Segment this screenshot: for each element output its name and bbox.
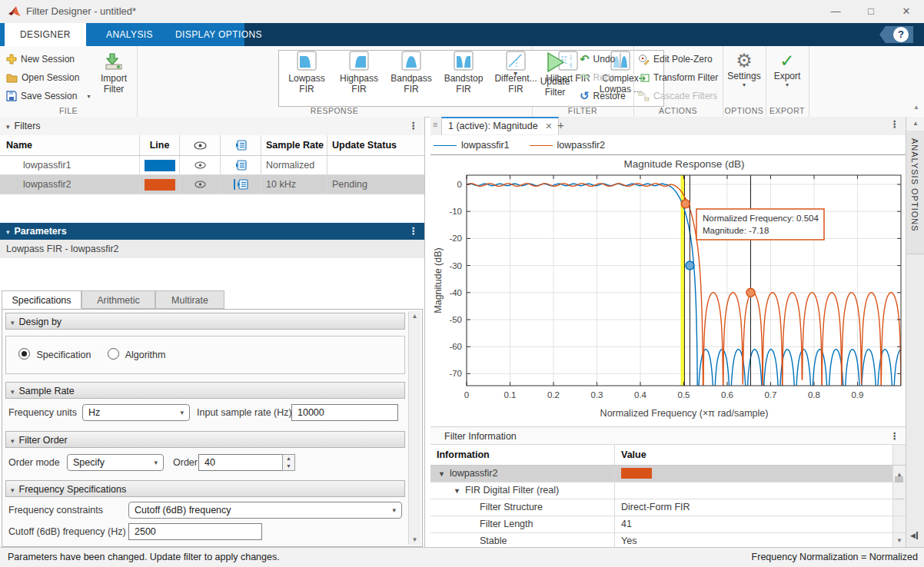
- legend-lowpassfir1[interactable]: lowpassfir1: [434, 140, 510, 151]
- parameters-collapse-icon[interactable]: ▾: [6, 228, 10, 236]
- order-label: Order: [173, 453, 198, 472]
- open-session-button[interactable]: Open Session: [6, 69, 79, 86]
- dock-icon[interactable]: ◀: [910, 532, 918, 539]
- filter-info-row-structure[interactable]: Filter Structure Direct-Form FIR: [430, 499, 906, 516]
- info-scrollbar[interactable]: ▲: [893, 466, 906, 482]
- ribbon-collapse-icon[interactable]: ▲: [913, 104, 919, 111]
- frequency-constraints-dropdown[interactable]: Cutoff (6dB) frequency ▾: [128, 502, 402, 519]
- parameters-menu-icon[interactable]: ⋮: [409, 223, 419, 240]
- filter-info-row-length[interactable]: Filter Length 41: [430, 516, 906, 533]
- chevron-down-icon: ▾: [392, 502, 396, 518]
- expander-icon[interactable]: ▼: [454, 487, 460, 495]
- settings-button[interactable]: ⚙ Settings ▾: [724, 51, 764, 88]
- design-by-section-header[interactable]: ▾Design by: [5, 313, 405, 330]
- cascade-filters-button[interactable]: Cascade Filters: [638, 88, 717, 104]
- visibility-toggle[interactable]: [180, 156, 221, 174]
- minimize-button[interactable]: —: [818, 0, 853, 23]
- maximize-button[interactable]: □: [853, 0, 889, 23]
- update-filter-icon: [544, 51, 566, 74]
- algorithm-radio[interactable]: [108, 348, 119, 360]
- chevron-down-icon: ▾: [180, 405, 184, 420]
- export-button[interactable]: ✓ Export ▾: [767, 51, 807, 88]
- analysis-options-tab[interactable]: ANALYSIS OPTIONS: [906, 131, 924, 254]
- help-icon: ?: [893, 27, 909, 42]
- visibility-toggle[interactable]: [180, 175, 221, 194]
- parameters-scrollbar[interactable]: ▲ ▼: [408, 311, 420, 545]
- response-highpass-fir[interactable]: Highpass FIR: [333, 51, 385, 104]
- close-tab-icon[interactable]: ✕: [545, 121, 552, 131]
- filter-info-menu-icon[interactable]: ⋮: [890, 427, 900, 446]
- expander-icon[interactable]: ▼: [438, 470, 445, 478]
- cutoff-frequency-label: Cutoff (6dB) frequency (Hz): [8, 522, 126, 541]
- frequency-specifications-section-header[interactable]: ▾Frequency Specifications: [5, 480, 405, 497]
- check-icon: ✓: [767, 51, 807, 71]
- update-filter-button[interactable]: Update Filter: [535, 51, 575, 98]
- magnitude-response-chart[interactable]: Magnitude Response (dB) Magnitude (dB) N…: [430, 155, 906, 426]
- specification-radio[interactable]: [18, 348, 30, 360]
- add-tab-button[interactable]: +: [557, 118, 564, 131]
- section-label-options: OPTIONS: [723, 106, 766, 115]
- response-bandstop-fir[interactable]: Bandstop FIR: [437, 51, 490, 104]
- eye-icon: [194, 141, 207, 150]
- section-label-actions: ACTIONS: [633, 106, 723, 115]
- order-field[interactable]: 40: [198, 454, 283, 471]
- response-bandpass-fir[interactable]: Bandpass FIR: [385, 51, 437, 104]
- help-button[interactable]: ?: [879, 26, 913, 43]
- visibility-column-header[interactable]: [180, 135, 221, 155]
- plot-menu-icon[interactable]: ⋮: [890, 118, 900, 130]
- order-stepper[interactable]: ▲ ▼: [282, 454, 295, 471]
- frequency-units-dropdown[interactable]: Hz ▾: [82, 404, 190, 421]
- grip-icon[interactable]: ≡: [433, 120, 437, 129]
- cutoff-frequency-field[interactable]: 2500: [128, 523, 262, 540]
- sample-rate-section-header[interactable]: ▾Sample Rate: [5, 382, 405, 399]
- tab-analysis[interactable]: ANALYSIS: [91, 23, 168, 46]
- filters-collapse-icon[interactable]: ▾: [6, 123, 10, 131]
- input-sample-rate-field[interactable]: 10000: [291, 404, 398, 421]
- undo-button[interactable]: ↶ Undo: [580, 51, 615, 68]
- gallery-dropdown-icon[interactable]: ▾: [514, 69, 517, 78]
- filter-order-section-header[interactable]: ▾Filter Order: [5, 431, 405, 448]
- edit-pole-zero-button[interactable]: Edit Pole-Zero: [638, 51, 713, 68]
- restore-icon: ↺: [580, 89, 590, 103]
- save-icon: [6, 91, 17, 101]
- restore-button[interactable]: ↺ Restore: [580, 88, 626, 104]
- show-response-button[interactable]: [221, 156, 261, 174]
- tab-designer[interactable]: DESIGNER: [5, 23, 86, 46]
- redo-button[interactable]: ↷ Redo: [580, 69, 615, 86]
- filters-menu-icon[interactable]: ⋮: [409, 117, 419, 135]
- filter-row-lowpassfir1[interactable]: lowpassfir1 Normalized: [0, 156, 424, 175]
- strip-collapse-button[interactable]: ▲: [906, 117, 924, 131]
- collapse-icon: ▾: [11, 319, 15, 327]
- line-color-swatch[interactable]: [145, 160, 175, 171]
- filter-info-row-lowpassfir2[interactable]: ▼lowpassfir2 ▲: [430, 466, 906, 482]
- close-button[interactable]: ✕: [889, 0, 924, 23]
- transform-filter-button[interactable]: Transform Filter: [638, 69, 718, 86]
- new-session-button[interactable]: New Session: [6, 51, 75, 68]
- filter-info-row-fir-digital[interactable]: ▼FIR Digital Filter (real): [430, 482, 906, 499]
- parameters-panel-title: Parameters: [15, 226, 67, 237]
- import-filter-button[interactable]: Import Filter: [94, 52, 134, 94]
- parameters-panel-header: ▾Parameters ⋮: [0, 223, 424, 240]
- spin-up-icon[interactable]: ▲: [283, 455, 294, 463]
- save-dropdown-icon[interactable]: ▾: [87, 93, 90, 100]
- save-session-button[interactable]: Save Session ▾: [6, 88, 95, 104]
- response-lowpass-fir[interactable]: Lowpass FIR: [281, 51, 333, 104]
- section-label-export: EXPORT: [766, 106, 809, 115]
- line-color-swatch[interactable]: [145, 179, 175, 191]
- legend-lowpassfir2[interactable]: lowpassfir2: [530, 140, 606, 151]
- response-column-header[interactable]: [221, 135, 261, 155]
- tab-display-options[interactable]: DISPLAY OPTIONS: [160, 23, 278, 46]
- scroll-up-icon[interactable]: ▲: [409, 313, 420, 320]
- filter-row-lowpassfir2[interactable]: lowpassfir2 10 kHz Pending: [0, 175, 424, 194]
- tab-arithmetic[interactable]: Arithmetic: [81, 290, 155, 309]
- order-mode-dropdown[interactable]: Specify ▾: [67, 454, 164, 471]
- ribbon-tab-bar: DESIGNER ANALYSIS DISPLAY OPTIONS ?: [0, 23, 924, 46]
- scroll-down-icon[interactable]: ▼: [893, 532, 906, 549]
- svg-text:Normalized Frequency: 0.504: Normalized Frequency: 0.504: [703, 214, 819, 223]
- show-response-button-current[interactable]: [221, 175, 261, 194]
- scroll-down-icon[interactable]: ▼: [409, 536, 420, 543]
- spin-down-icon[interactable]: ▼: [283, 463, 294, 470]
- magnitude-plot-tab[interactable]: 1 (active): Magnitude ✕: [441, 117, 559, 134]
- tab-specifications[interactable]: Specifications: [2, 290, 81, 309]
- tab-multirate[interactable]: Multirate: [155, 290, 224, 309]
